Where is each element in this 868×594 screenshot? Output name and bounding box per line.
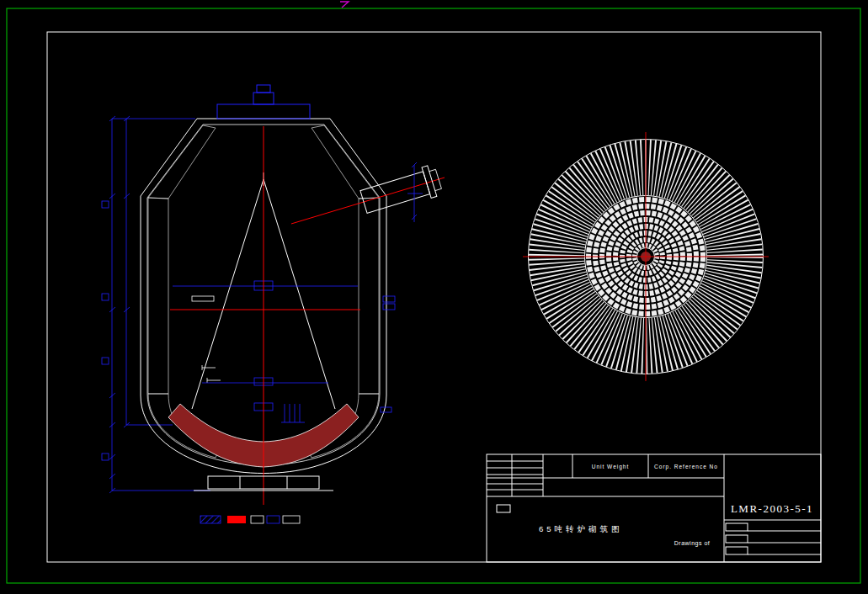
legend-swatch-blue-hatch xyxy=(200,516,221,523)
unit-weight-label: Unit Weight xyxy=(592,464,629,470)
legend-swatch-red xyxy=(227,516,246,523)
cad-canvas: Unit Weight Corp. Reference No LMR-2003-… xyxy=(0,0,868,594)
corp-reference-label: Corp. Reference No xyxy=(654,464,718,470)
drawing-title: 65吨转炉砌筑图 xyxy=(539,524,623,533)
drawing-number: LMR-2003-5-1 xyxy=(731,502,813,515)
drawings-of-label: Drawings of xyxy=(674,540,710,547)
